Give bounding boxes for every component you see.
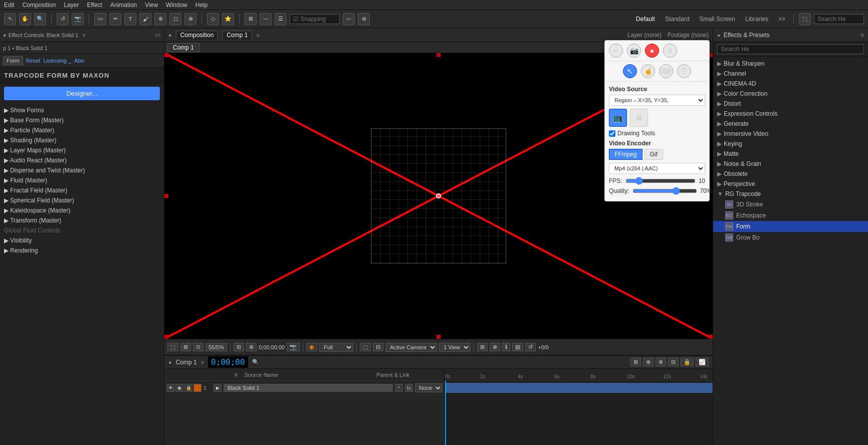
workspace-default[interactable]: Default	[633, 15, 658, 24]
toolbar-shape-btn[interactable]: ◇	[207, 13, 219, 25]
toolbar-select-btn[interactable]: ↖	[4, 13, 16, 25]
toolbar-hand-btn[interactable]: ✋	[19, 13, 31, 25]
toolbar-zoom-btn[interactable]: 🔍	[34, 13, 46, 25]
toolbar-text-btn[interactable]: T	[124, 13, 136, 25]
vt-camera-dropdown[interactable]: Active Camera	[385, 343, 437, 352]
vt-layers-btn[interactable]: ▤	[512, 343, 523, 351]
vt-view-dropdown[interactable]: 1 View	[439, 343, 471, 352]
vt-cam-btn[interactable]: ⊙	[193, 343, 203, 351]
menu-animation[interactable]: Animation	[110, 2, 137, 9]
rw-window-btn[interactable]: 🖥	[630, 109, 648, 127]
effect-fluid[interactable]: ▶ Fluid (Master)	[0, 175, 164, 185]
cat-perspective[interactable]: ▶Perspective	[713, 179, 868, 189]
toolbar-pen-btn[interactable]: ✏	[109, 13, 121, 25]
cat-blur-sharpen[interactable]: ▶Blur & Sharpen	[713, 59, 868, 69]
rw-keyboard-btn[interactable]: ⌨	[659, 64, 673, 78]
handle-top-left[interactable]	[164, 53, 168, 57]
cat-rg-trapcode[interactable]: ▼RG Trapcode	[713, 189, 868, 199]
workspace-libraries[interactable]: Libraries	[742, 15, 771, 24]
vt-crop-btn[interactable]: ⊟	[373, 343, 383, 351]
toolbar-magnet-btn[interactable]: ⊛	[358, 13, 370, 25]
cat-immersive[interactable]: ▶Immersive Video	[713, 129, 868, 139]
effect-grow-bounds[interactable]: GB Grow Bo	[713, 232, 868, 243]
rw-hand-btn[interactable]: ☝	[641, 64, 655, 78]
layer-parent-select[interactable]: None	[415, 383, 443, 392]
effect-base-form[interactable]: ▶ Base Form (Master)	[0, 115, 164, 125]
effects-search-input[interactable]	[717, 44, 864, 54]
workspace-more[interactable]: >>	[775, 15, 788, 24]
handle-bottom-right[interactable]	[709, 335, 713, 339]
timeline-timecode[interactable]: 0;00;00	[208, 356, 248, 368]
workspace-standard[interactable]: Standard	[662, 15, 693, 24]
rw-codec-select[interactable]: Mp4 (x264 | AAC)	[609, 163, 705, 174]
rw-cursor-btn[interactable]: ↖	[623, 64, 637, 78]
vt-cam-icon[interactable]: 📷	[287, 343, 300, 351]
about-link[interactable]: Abo	[74, 58, 84, 64]
main-search[interactable]	[814, 14, 864, 24]
vt-quality-dropdown[interactable]: Full Half Third Quarter	[319, 343, 353, 352]
layer-solo-btn[interactable]: ◉	[175, 384, 183, 392]
tl-lock-btn[interactable]: 🔒	[681, 358, 694, 366]
toolbar-extract-btn[interactable]: ⬚	[799, 13, 811, 25]
handle-top-mid[interactable]	[437, 53, 441, 57]
handle-mid-left[interactable]	[164, 194, 168, 198]
tl-collapse-btn[interactable]: ⊟	[668, 358, 679, 366]
toolbar-camera-btn[interactable]: 📷	[72, 13, 84, 25]
rw-pause-btn[interactable]: ⏸	[663, 44, 677, 58]
layer-expand-btn[interactable]: ▶	[213, 384, 222, 392]
vt-grid-btn[interactable]: ⊞	[180, 343, 191, 351]
vt-fit-btn[interactable]: ⊕	[246, 343, 257, 351]
cat-keying[interactable]: ▶Keying	[713, 139, 868, 149]
cat-obsolete[interactable]: ▶Obsolete	[713, 169, 868, 179]
rw-record-btn[interactable]: ●	[645, 44, 659, 58]
vt-transfer-btn[interactable]: ⬚	[167, 343, 178, 351]
rw-camera-btn[interactable]: 📷	[627, 44, 641, 58]
reset-link[interactable]: Reset	[26, 58, 41, 64]
menu-composition[interactable]: Composition	[23, 2, 56, 9]
cat-expression[interactable]: ▶Expression Controls	[713, 109, 868, 119]
layer-name[interactable]: Black Solid 1	[224, 384, 393, 392]
effect-show-forms[interactable]: ▶ Show Forms	[0, 105, 164, 115]
menu-edit[interactable]: Edit	[4, 2, 15, 9]
handle-bottom-left[interactable]	[164, 335, 168, 339]
menu-window[interactable]: Window	[166, 2, 187, 9]
effect-transform[interactable]: ▶ Transform (Master)	[0, 215, 164, 226]
cat-matte[interactable]: ▶Matte	[713, 149, 868, 159]
effect-spherical[interactable]: ▶ Spherical Field (Master)	[0, 195, 164, 205]
toolbar-puppet-btn[interactable]: ⊗	[184, 13, 196, 25]
handle-bottom-mid[interactable]	[437, 335, 441, 339]
vt-expand-btn[interactable]: ⊟	[234, 343, 244, 351]
cat-color-correction[interactable]: ▶Color Correction	[713, 89, 868, 99]
effect-fractal[interactable]: ▶ Fractal Field (Master)	[0, 185, 164, 195]
cat-distort[interactable]: ▶Distort	[713, 99, 868, 109]
timeline-search-icon[interactable]: 🔍	[252, 359, 259, 365]
rw-region-btn[interactable]: 📺	[609, 109, 627, 127]
tl-parent-btn[interactable]: ⊞	[630, 358, 641, 366]
toolbar-eraser-btn[interactable]: ◻	[169, 13, 181, 25]
right-panel-menu[interactable]: ≡	[860, 32, 864, 39]
vt-color-btn[interactable]: ◉	[306, 343, 317, 351]
comp-tab[interactable]: Comp 1	[222, 31, 252, 40]
effect-echospace[interactable]: EC Echospace	[713, 210, 868, 221]
licensing-link[interactable]: Licensing _	[43, 58, 71, 64]
snapping-checkbox[interactable]	[290, 14, 340, 24]
effect-rendering[interactable]: ▶ Rendering	[0, 246, 164, 256]
menu-effect[interactable]: Effect	[87, 2, 102, 9]
toolbar-brush-btn[interactable]: 🖌	[139, 13, 151, 25]
tl-shy-btn[interactable]: ⊗	[656, 358, 666, 366]
rw-gif-btn[interactable]: Gif	[644, 149, 663, 160]
layer-eye-btn[interactable]: 👁	[166, 384, 174, 392]
effect-particle[interactable]: ▶ Particle (Master)	[0, 125, 164, 135]
vt-fit2-btn[interactable]: ⬚	[360, 343, 371, 351]
menu-help[interactable]: Help	[195, 2, 208, 9]
effect-visibility[interactable]: ▶ Visibility	[0, 236, 164, 246]
toolbar-rotate-btn[interactable]: ↺	[57, 13, 69, 25]
comp1-tab[interactable]: Comp 1	[167, 43, 199, 52]
tl-graph-btn[interactable]: 📈	[696, 358, 709, 366]
playhead[interactable]	[445, 381, 446, 445]
effect-kaleidospace[interactable]: ▶ Kaleidospace (Master)	[0, 205, 164, 215]
tl-solo-btn[interactable]: ⊕	[643, 358, 654, 366]
rw-back-btn[interactable]: ↩	[609, 44, 623, 58]
rw-quality-slider[interactable]	[632, 187, 697, 195]
toolbar-align-btn[interactable]: ⊞	[245, 13, 257, 25]
